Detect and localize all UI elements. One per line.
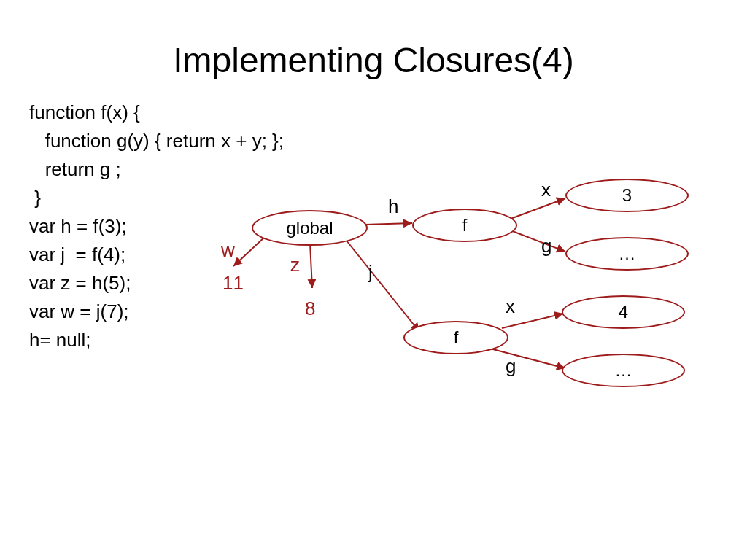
node-label: 3: [622, 185, 632, 206]
node-label: global: [286, 218, 333, 238]
arrow-layer: [0, 0, 747, 560]
label-h: h: [388, 195, 398, 218]
svg-line-0: [365, 223, 412, 225]
slide: Implementing Closures(4) function f(x) {…: [0, 0, 747, 560]
node-global: global: [252, 210, 368, 246]
label-x-bot: x: [506, 295, 515, 318]
node-label: …: [615, 360, 632, 381]
node-ellipsis-top: …: [565, 237, 689, 271]
node-label: …: [619, 244, 636, 264]
svg-line-7: [310, 243, 312, 288]
svg-line-6: [233, 236, 266, 266]
node-f-bottom: f: [403, 321, 508, 354]
value-8: 8: [305, 298, 315, 320]
label-g-top: g: [541, 235, 551, 257]
svg-line-1: [511, 198, 565, 219]
node-4: 4: [562, 295, 685, 329]
node-label: f: [462, 215, 468, 236]
node-label: f: [454, 327, 459, 348]
label-g-bot: g: [506, 355, 516, 378]
node-3: 3: [565, 179, 689, 212]
svg-line-2: [511, 230, 565, 252]
label-w: w: [221, 239, 235, 262]
node-f-top: f: [412, 209, 517, 242]
value-11: 11: [222, 272, 244, 295]
node-ellipsis-bottom: …: [562, 354, 685, 387]
diagram: global f 3 … f 4 … h j x g x g: [0, 0, 747, 560]
svg-line-3: [347, 241, 419, 332]
svg-line-5: [490, 349, 565, 368]
label-z: z: [290, 254, 300, 276]
label-j: j: [368, 261, 373, 284]
node-label: 4: [619, 302, 628, 322]
label-x-top: x: [541, 179, 551, 201]
